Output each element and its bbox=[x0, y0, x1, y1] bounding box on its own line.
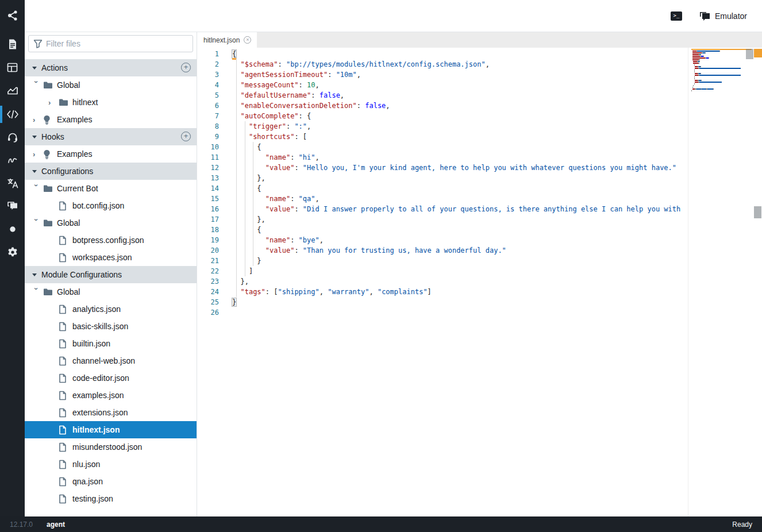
line-number: 19 bbox=[197, 235, 219, 245]
code-line-26: 26 bbox=[197, 307, 762, 318]
tree-item-label: Examples bbox=[57, 149, 92, 159]
flow-icon[interactable] bbox=[0, 6, 25, 25]
chevron-right-icon[interactable]: › bbox=[33, 115, 43, 124]
lightbulb-icon bbox=[43, 115, 56, 125]
file-basic-skills.json[interactable]: basic-skills.json bbox=[25, 318, 197, 335]
tree-item-hitlnext[interactable]: ›hitlnext bbox=[25, 94, 197, 111]
file-examples.json[interactable]: examples.json bbox=[25, 387, 197, 404]
folder-icon bbox=[43, 81, 56, 89]
file-icon bbox=[59, 201, 71, 211]
line-number: 8 bbox=[197, 121, 219, 132]
misunderstood-icon[interactable] bbox=[0, 151, 25, 170]
translate-icon[interactable] bbox=[0, 174, 25, 193]
line-content: "$schema": "bp://types/modules/hitlnext/… bbox=[219, 59, 490, 70]
code-line-5: 5 "defaultUsername": false, bbox=[197, 90, 762, 101]
line-content: "value": "Than you for trusting us, have… bbox=[219, 245, 506, 256]
chevron-right-icon[interactable]: › bbox=[48, 98, 59, 107]
line-number: 11 bbox=[197, 152, 219, 163]
line-number: 5 bbox=[197, 90, 219, 101]
tree-item-label: builtin.json bbox=[72, 339, 110, 348]
folder-icon bbox=[43, 219, 56, 227]
line-number: 13 bbox=[197, 173, 219, 183]
hitl-headset-icon[interactable] bbox=[0, 128, 25, 147]
code-line-9: 9 "shortcuts": [ bbox=[197, 132, 762, 142]
line-number: 6 bbox=[197, 101, 219, 111]
file-icon bbox=[59, 494, 71, 504]
code-editor-area: hitlnext.json × 1{2 "$schema": "bp://typ… bbox=[197, 32, 762, 516]
terminal-icon[interactable]: >_ bbox=[671, 11, 682, 21]
tree-item-label: workspaces.json bbox=[72, 253, 132, 262]
file-botpress.config.json[interactable]: botpress.config.json bbox=[25, 232, 197, 249]
code-editor-icon[interactable] bbox=[0, 105, 25, 124]
file-workspaces.json[interactable]: workspaces.json bbox=[25, 249, 197, 266]
line-content: }, bbox=[219, 173, 265, 183]
tab-hitlnext-json[interactable]: hitlnext.json × bbox=[197, 32, 257, 48]
file-extensions.json[interactable]: extensions.json bbox=[25, 404, 197, 421]
chevron-down-icon[interactable]: › bbox=[32, 80, 41, 91]
tree-item-examples[interactable]: ›Examples bbox=[25, 145, 197, 163]
code-line-15: 15 "name": "qa", bbox=[197, 194, 762, 204]
chevron-right-icon[interactable]: › bbox=[33, 150, 43, 159]
tree-item-label: extensions.json bbox=[72, 408, 128, 417]
content-icon[interactable] bbox=[0, 34, 25, 54]
file-icon bbox=[59, 236, 71, 245]
filter-files-input[interactable] bbox=[28, 35, 193, 52]
tree-item-label: testing.json bbox=[72, 494, 113, 503]
section-header-module-configurations[interactable]: Module Configurations bbox=[25, 266, 197, 283]
tree-item-global[interactable]: ›Global bbox=[25, 76, 197, 94]
tree-item-label: code-editor.json bbox=[72, 373, 129, 383]
add-file-button[interactable]: + bbox=[181, 63, 191, 72]
chevron-down-icon[interactable]: › bbox=[32, 184, 41, 194]
add-file-button[interactable]: + bbox=[181, 132, 191, 141]
file-channel-web.json[interactable]: channel-web.json bbox=[25, 352, 197, 369]
tab-close-icon[interactable]: × bbox=[244, 36, 251, 44]
section-header-configurations[interactable]: Configurations bbox=[25, 163, 197, 180]
emulator-chat-icon bbox=[699, 11, 710, 21]
file-misunderstood.json[interactable]: misunderstood.json bbox=[25, 438, 197, 456]
file-qna.json[interactable]: qna.json bbox=[25, 473, 197, 490]
code-line-1: 1{ bbox=[197, 49, 762, 59]
chevron-down-icon[interactable]: › bbox=[32, 287, 41, 298]
file-code-editor.json[interactable]: code-editor.json bbox=[25, 369, 197, 387]
minimap-slider[interactable] bbox=[746, 49, 753, 59]
emulator-button[interactable]: Emulator bbox=[699, 11, 747, 21]
tree-item-global[interactable]: ›Global bbox=[25, 283, 197, 300]
chevron-down-icon[interactable]: › bbox=[32, 218, 41, 229]
tree-item-label: botpress.config.json bbox=[72, 236, 144, 245]
tree-item-examples[interactable]: ›Examples bbox=[25, 111, 197, 128]
section-header-actions[interactable]: Actions+ bbox=[25, 59, 197, 76]
tree-item-global[interactable]: ›Global bbox=[25, 214, 197, 232]
file-testing.json[interactable]: testing.json bbox=[25, 490, 197, 507]
code-line-22: 22 ] bbox=[197, 266, 762, 276]
settings-gear-icon[interactable] bbox=[0, 242, 25, 262]
section-header-hooks[interactable]: Hooks+ bbox=[25, 128, 197, 145]
line-content: "messageCount": 10, bbox=[219, 80, 320, 90]
line-content: } bbox=[219, 297, 236, 307]
file-builtin.json[interactable]: builtin.json bbox=[25, 335, 197, 352]
tree-item-current-bot[interactable]: ›Current Bot bbox=[25, 180, 197, 197]
folder-icon bbox=[43, 184, 56, 192]
layout-icon[interactable] bbox=[0, 57, 25, 77]
lightbulb-icon bbox=[43, 149, 56, 159]
tree-item-label: Global bbox=[57, 218, 80, 228]
code-line-23: 23 }, bbox=[197, 276, 762, 287]
file-nlu.json[interactable]: nlu.json bbox=[25, 456, 197, 473]
caret-down-icon bbox=[32, 136, 37, 138]
qna-chat-icon[interactable] bbox=[0, 196, 25, 216]
line-content: "shortcuts": [ bbox=[219, 132, 307, 142]
tree-item-label: examples.json bbox=[72, 391, 124, 400]
file-analytics.json[interactable]: analytics.json bbox=[25, 300, 197, 318]
ready-status: Ready bbox=[732, 521, 752, 529]
code-pane[interactable]: 1{2 "$schema": "bp://types/modules/hitln… bbox=[197, 48, 762, 516]
code-line-4: 4 "messageCount": 10, bbox=[197, 80, 762, 90]
status-dot-icon[interactable] bbox=[0, 219, 25, 239]
analytics-icon[interactable] bbox=[0, 80, 25, 100]
tree-item-label: bot.config.json bbox=[72, 201, 124, 210]
line-content: "trigger": ":", bbox=[219, 121, 311, 132]
file-hitlnext.json[interactable]: hitlnext.json bbox=[25, 421, 197, 438]
line-content: { bbox=[219, 49, 236, 59]
tree-item-label: Examples bbox=[57, 115, 92, 124]
caret-down-icon bbox=[32, 273, 37, 276]
file-icon bbox=[59, 425, 71, 435]
file-bot.config.json[interactable]: bot.config.json bbox=[25, 197, 197, 214]
